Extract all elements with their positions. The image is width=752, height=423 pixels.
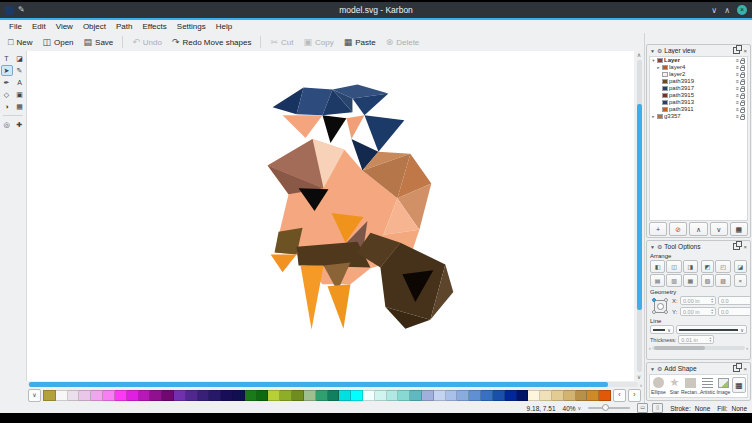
- layer-lock-icon[interactable]: [740, 60, 745, 64]
- distribute-center-button[interactable]: ▥: [666, 274, 681, 287]
- line-style-select[interactable]: ∨: [650, 325, 674, 334]
- color-swatch[interactable]: [351, 390, 363, 401]
- panel-caret-icon[interactable]: ▼: [650, 244, 655, 250]
- layer-details-icon[interactable]: ≡: [736, 72, 739, 77]
- glyph-tool[interactable]: A: [14, 77, 26, 88]
- float-panel-icon[interactable]: [733, 365, 740, 372]
- maximize-button[interactable]: ∧: [724, 6, 730, 15]
- redo-button[interactable]: ↷Redo Move shapes: [167, 37, 256, 48]
- color-swatch[interactable]: [339, 390, 351, 401]
- layer-details-icon[interactable]: ≡: [736, 58, 739, 63]
- delete-layer-button[interactable]: ⊘: [669, 222, 687, 236]
- stroke-value[interactable]: None: [695, 405, 711, 412]
- shape-rectangle[interactable]: Rectan...: [683, 377, 699, 395]
- zoom-slider-handle[interactable]: [602, 404, 609, 411]
- artistic-text-tool[interactable]: ◪: [14, 53, 26, 64]
- layer-details-icon[interactable]: ≡: [736, 107, 739, 112]
- color-swatch[interactable]: [198, 390, 210, 401]
- raise-shape-button[interactable]: ▧: [701, 274, 714, 287]
- menu-help[interactable]: Help: [211, 22, 237, 31]
- vertical-scrollbar[interactable]: ∧ ∨: [634, 51, 644, 381]
- close-button[interactable]: ×: [737, 5, 747, 15]
- view-mode-button[interactable]: ▦: [730, 222, 748, 236]
- zoom-slider[interactable]: [588, 407, 630, 409]
- raise-layer-button[interactable]: ∧: [689, 222, 707, 236]
- menu-view[interactable]: View: [51, 22, 78, 31]
- shape-star[interactable]: ★Star: [667, 377, 682, 395]
- color-swatch[interactable]: [446, 390, 458, 401]
- layer-details-icon[interactable]: ≡: [736, 65, 739, 70]
- align-left-button[interactable]: ◧: [650, 260, 665, 273]
- layer-row[interactable]: path3919≡: [650, 78, 747, 85]
- color-swatch[interactable]: [162, 390, 174, 401]
- panel-caret-icon[interactable]: ▼: [650, 48, 655, 54]
- panel-caret-icon[interactable]: ▼: [650, 366, 655, 372]
- color-swatch[interactable]: [115, 390, 127, 401]
- layer-row[interactable]: path3913≡: [650, 99, 747, 106]
- close-panel-icon[interactable]: ×: [743, 48, 747, 54]
- layer-details-icon[interactable]: ≡: [736, 100, 739, 105]
- scroll-down-icon[interactable]: ∨: [637, 373, 641, 381]
- gear-icon[interactable]: ⚙: [657, 47, 662, 54]
- layer-row[interactable]: path3915≡: [650, 92, 747, 99]
- color-swatch[interactable]: [469, 390, 481, 401]
- open-button[interactable]: ◫Open: [37, 37, 78, 48]
- gear-icon[interactable]: ⚙: [657, 365, 662, 372]
- width-input[interactable]: 0.0: [718, 296, 750, 305]
- ungroup-button[interactable]: ×: [734, 274, 747, 287]
- hscroll-thumb[interactable]: [29, 382, 608, 387]
- layer-details-icon[interactable]: ≡: [736, 86, 739, 91]
- color-swatch[interactable]: [564, 390, 576, 401]
- height-input[interactable]: 0.0: [718, 307, 750, 316]
- zoom-tool[interactable]: ◎: [1, 119, 13, 130]
- layer-lock-icon[interactable]: [740, 102, 745, 106]
- vscroll-track[interactable]: [637, 60, 642, 372]
- anchor-center[interactable]: [657, 303, 664, 310]
- palette-prev-button[interactable]: ‹: [613, 389, 626, 402]
- expander-icon[interactable]: ▸: [651, 114, 656, 119]
- menu-edit[interactable]: Edit: [27, 22, 51, 31]
- canvas[interactable]: [27, 51, 634, 381]
- color-swatch[interactable]: [103, 390, 115, 401]
- color-swatch[interactable]: [268, 390, 280, 401]
- scroll-up-icon[interactable]: ∧: [637, 51, 641, 59]
- color-swatch[interactable]: [139, 390, 151, 401]
- artwork-polygon[interactable]: [271, 255, 297, 273]
- text-tool[interactable]: T: [1, 53, 13, 64]
- layer-lock-icon[interactable]: [740, 67, 745, 71]
- save-button[interactable]: ▤Save: [79, 37, 119, 48]
- color-swatch[interactable]: [56, 390, 68, 401]
- x-input[interactable]: 0.00 in ▴▾: [680, 296, 716, 305]
- new-button[interactable]: □New: [3, 37, 37, 48]
- align-vcenter-button[interactable]: ◰: [715, 260, 730, 273]
- color-swatch[interactable]: [552, 390, 564, 401]
- color-swatch[interactable]: [328, 390, 340, 401]
- float-panel-icon[interactable]: [733, 47, 740, 54]
- color-swatch[interactable]: [505, 390, 517, 401]
- scroll-thumb[interactable]: [654, 346, 706, 350]
- artwork-polygon[interactable]: [283, 115, 323, 138]
- add-layer-button[interactable]: +: [649, 222, 667, 236]
- layer-row[interactable]: ▸layer4≡: [650, 64, 747, 71]
- palette-menu-button[interactable]: ∨: [28, 389, 41, 402]
- pan-tool[interactable]: ✚: [14, 119, 26, 130]
- layer-lock-icon[interactable]: [740, 74, 745, 78]
- align-bottom-button[interactable]: ◪: [734, 260, 747, 273]
- distribute-right-button[interactable]: ▦: [683, 274, 698, 287]
- color-swatch[interactable]: [233, 390, 245, 401]
- anchor-topright[interactable]: [664, 298, 668, 302]
- gradient-tool[interactable]: ◑: [1, 101, 13, 112]
- color-swatch[interactable]: [375, 390, 387, 401]
- menu-file[interactable]: File: [4, 22, 27, 31]
- fill-value[interactable]: None: [731, 405, 747, 412]
- menu-object[interactable]: Object: [78, 22, 111, 31]
- gear-icon[interactable]: ⚙: [657, 243, 662, 250]
- artwork-polygon[interactable]: [364, 115, 404, 152]
- fit-page-width-button[interactable]: ▭: [637, 403, 648, 413]
- layer-lock-icon[interactable]: [740, 81, 745, 85]
- artwork-polygon[interactable]: [328, 284, 351, 328]
- menu-path[interactable]: Path: [111, 22, 137, 31]
- y-input[interactable]: 0.00 in ▴▾: [680, 307, 716, 316]
- close-panel-icon[interactable]: ×: [743, 366, 747, 372]
- distribute-left-button[interactable]: ▤: [650, 274, 665, 287]
